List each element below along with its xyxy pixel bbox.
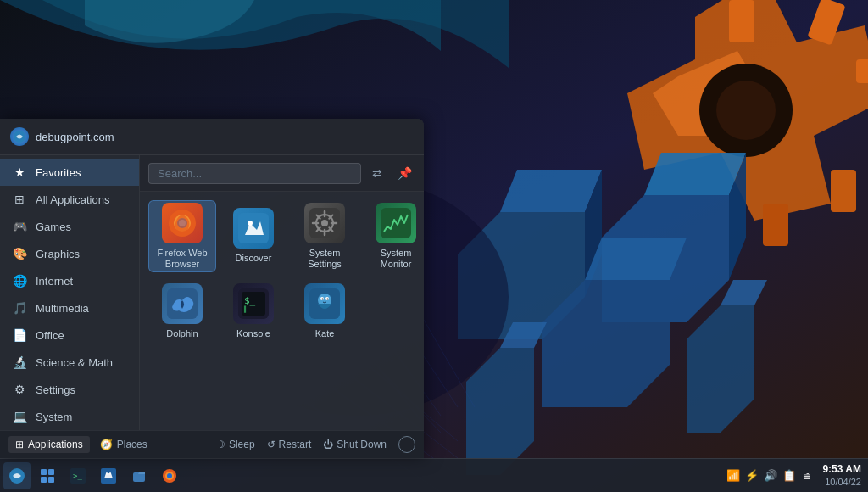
svg-point-7 — [716, 81, 776, 140]
footer-tab-applications-label: Applications — [28, 439, 83, 450]
kde-menu-button[interactable] — [3, 462, 31, 489]
taskbar-app-dashboard[interactable] — [34, 462, 61, 489]
svg-rect-3 — [856, 59, 868, 83]
app-item-discover[interactable]: Discover — [220, 200, 287, 272]
sidebar-item-office[interactable]: 📄 Office — [0, 321, 139, 349]
footer-tab-places[interactable]: 🧭 Places — [93, 436, 154, 453]
restart-icon: ↺ — [267, 439, 275, 450]
sidebar-item-science[interactable]: 🔬 Science & Math — [0, 349, 139, 376]
footer-tab-applications[interactable]: ⊞ Applications — [8, 436, 90, 453]
app-label-discover: Discover — [236, 253, 272, 264]
dolphin-icon — [162, 283, 203, 324]
search-filter-button[interactable]: ⇄ — [366, 162, 388, 184]
system-icon: 💻 — [12, 409, 27, 424]
grid-small-icon: ⊞ — [15, 439, 24, 450]
svg-point-46 — [322, 299, 324, 300]
taskbar-app-terminal[interactable]: >_ — [64, 462, 92, 489]
svg-rect-56 — [106, 472, 108, 475]
settings-icon: ⚙ — [12, 382, 27, 397]
app-item-system-monitor[interactable]: SystemMonitor — [362, 200, 424, 272]
sidebar-item-games-label: Games — [36, 221, 71, 233]
taskbar: >_ — [0, 458, 868, 492]
taskbar-app-files[interactable] — [125, 462, 153, 489]
sidebar-item-favorites[interactable]: ★ Favorites — [0, 159, 139, 186]
app-label-kate: Kate — [315, 328, 335, 339]
svg-text:>_: >_ — [73, 472, 82, 480]
grid-icon: ⊞ — [12, 192, 27, 207]
power-icon: ⏻ — [323, 439, 333, 450]
app-item-system-settings[interactable]: SystemSettings — [291, 200, 359, 272]
menu-header: debugpoint.com — [0, 119, 424, 155]
desktop: debugpoint.com ★ Favorites ⊞ All Applica… — [0, 0, 868, 492]
sidebar-item-favorites-label: Favorites — [36, 166, 81, 179]
app-item-firefox[interactable]: Firefox WebBrowser — [148, 200, 216, 272]
power-status-icon[interactable]: ⚡ — [745, 469, 759, 482]
search-bar: ⇄ 📌 — [140, 155, 424, 192]
sidebar-item-internet[interactable]: 🌐 Internet — [0, 267, 139, 294]
app-item-kate[interactable]: Kate — [291, 276, 359, 348]
sidebar-item-games[interactable]: 🎮 Games — [0, 213, 139, 240]
sidebar-item-all-apps-label: All Applications — [36, 193, 109, 206]
app-label-system-settings: SystemSettings — [308, 248, 342, 270]
display-icon[interactable]: 🖥 — [801, 469, 812, 482]
clipboard-icon[interactable]: 📋 — [782, 469, 796, 482]
restart-label: Restart — [279, 439, 312, 450]
network-icon[interactable]: 📶 — [726, 469, 740, 482]
compass-icon: 🧭 — [100, 439, 113, 450]
games-icon: 🎮 — [12, 219, 27, 234]
svg-rect-51 — [41, 477, 47, 483]
taskbar-sys-icons: 📶 ⚡ 🔊 📋 🖥 — [726, 469, 812, 482]
sidebar-item-all-apps[interactable]: ⊞ All Applications — [0, 186, 139, 213]
sidebar-item-system[interactable]: 💻 System — [0, 403, 139, 430]
app-label-dolphin: Dolphin — [166, 328, 198, 339]
graphics-icon: 🎨 — [12, 246, 27, 261]
svg-text:$_: $_ — [244, 295, 256, 306]
system-settings-icon — [304, 203, 345, 243]
taskbar-datetime[interactable]: 9:53 AM 10/04/22 — [822, 463, 861, 489]
svg-rect-5 — [763, 204, 788, 246]
more-options-button[interactable]: ⋯ — [398, 436, 415, 453]
footer-actions: ☽ Sleep ↺ Restart ⏻ Shut Down ⋯ — [216, 436, 415, 453]
sidebar-item-system-label: System — [36, 411, 72, 423]
sidebar-item-science-label: Science & Math — [36, 356, 113, 369]
app-item-dolphin[interactable]: Dolphin — [148, 276, 216, 348]
sleep-label: Sleep — [229, 439, 255, 450]
taskbar-date: 10/04/22 — [825, 476, 861, 488]
start-menu: debugpoint.com ★ Favorites ⊞ All Applica… — [0, 119, 424, 458]
shutdown-label: Shut Down — [337, 439, 387, 450]
svg-point-47 — [327, 299, 329, 300]
taskbar-time: 9:53 AM — [822, 463, 861, 477]
svg-rect-50 — [48, 469, 54, 475]
shutdown-button[interactable]: ⏻ Shut Down — [323, 439, 387, 450]
svg-rect-52 — [48, 477, 54, 483]
search-input[interactable] — [148, 163, 361, 184]
sleep-icon: ☽ — [216, 439, 225, 450]
sidebar-item-multimedia[interactable]: 🎵 Multimedia — [0, 294, 139, 321]
svg-text:▌: ▌ — [243, 305, 248, 313]
sidebar-item-settings[interactable]: ⚙ Settings — [0, 376, 139, 403]
taskbar-app-firefox[interactable] — [156, 462, 183, 489]
menu-footer: ⊞ Applications 🧭 Places ☽ Sleep ↺ Restar… — [0, 430, 424, 458]
app-item-konsole[interactable]: $_ ▌ Konsole — [220, 276, 287, 348]
star-icon: ★ — [12, 165, 27, 180]
restart-button[interactable]: ↺ Restart — [267, 439, 312, 450]
sidebar: ★ Favorites ⊞ All Applications 🎮 Games 🎨… — [0, 155, 140, 430]
sidebar-item-graphics[interactable]: 🎨 Graphics — [0, 240, 139, 267]
svg-point-24 — [248, 221, 253, 226]
sidebar-item-settings-label: Settings — [36, 383, 75, 396]
menu-logo — [10, 127, 29, 146]
svg-rect-1 — [729, 0, 754, 42]
app-label-system-monitor: SystemMonitor — [381, 248, 412, 270]
taskbar-app-store[interactable] — [95, 462, 122, 489]
search-pin-button[interactable]: 📌 — [393, 162, 415, 184]
sidebar-item-multimedia-label: Multimedia — [36, 302, 89, 315]
system-monitor-icon — [376, 203, 416, 243]
svg-rect-57 — [109, 472, 111, 475]
app-label-firefox: Firefox WebBrowser — [157, 248, 207, 270]
sleep-button[interactable]: ☽ Sleep — [216, 439, 255, 450]
internet-icon: 🌐 — [12, 273, 27, 288]
discover-icon — [233, 208, 274, 249]
volume-icon[interactable]: 🔊 — [764, 469, 777, 482]
menu-body: ★ Favorites ⊞ All Applications 🎮 Games 🎨… — [0, 155, 424, 430]
sidebar-item-graphics-label: Graphics — [36, 248, 80, 260]
